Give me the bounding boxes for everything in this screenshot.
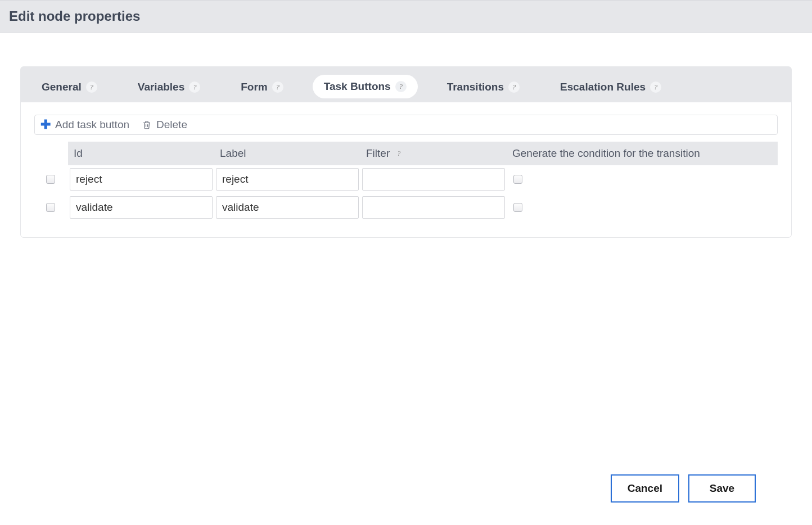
table-row xyxy=(68,193,214,221)
dialog-footer: Cancel Save xyxy=(611,474,756,503)
tabs-bar: General ? Variables ? Form ? Task Button… xyxy=(20,66,792,102)
label-input[interactable] xyxy=(216,196,359,219)
table-row xyxy=(214,193,360,221)
table-row xyxy=(360,193,507,221)
help-icon[interactable]: ? xyxy=(508,82,520,93)
tab-general[interactable]: General ? xyxy=(30,74,109,102)
help-icon[interactable]: ? xyxy=(86,82,97,93)
add-task-button[interactable]: ✚ Add task button xyxy=(40,119,129,131)
column-header-select xyxy=(34,142,68,165)
tab-transitions[interactable]: Transitions ? xyxy=(436,74,531,102)
tab-label: Transitions xyxy=(447,81,504,93)
generate-condition-checkbox[interactable] xyxy=(513,175,522,184)
tab-label: Escalation Rules xyxy=(560,81,646,93)
save-button[interactable]: Save xyxy=(688,474,756,503)
generate-condition-checkbox[interactable] xyxy=(513,203,522,212)
help-icon[interactable]: ? xyxy=(189,82,200,93)
dialog-header: Edit node properties xyxy=(0,0,812,33)
filter-input[interactable] xyxy=(362,196,505,219)
task-buttons-grid: Id Label Filter ? Generate the condition… xyxy=(34,142,778,221)
table-row xyxy=(360,165,507,193)
toolbar: ✚ Add task button Delete xyxy=(34,115,778,135)
header-text: Filter xyxy=(366,147,390,160)
help-icon[interactable]: ? xyxy=(272,82,283,93)
row-select-checkbox[interactable] xyxy=(46,203,55,212)
id-input[interactable] xyxy=(70,196,213,219)
delete-label: Delete xyxy=(156,119,187,131)
table-row xyxy=(214,165,360,193)
trash-icon xyxy=(142,119,152,130)
help-icon[interactable]: ? xyxy=(395,81,407,92)
cancel-button[interactable]: Cancel xyxy=(611,474,679,503)
help-icon[interactable]: ? xyxy=(394,149,403,158)
table-row xyxy=(68,165,214,193)
tab-label: General xyxy=(42,81,82,93)
tab-panel: ✚ Add task button Delete Id Label Filter… xyxy=(20,102,792,238)
tab-variables[interactable]: Variables ? xyxy=(127,74,211,102)
tab-task-buttons[interactable]: Task Buttons ? xyxy=(313,75,418,98)
tab-label: Variables xyxy=(138,81,184,93)
dialog-title: Edit node properties xyxy=(9,8,803,24)
table-row xyxy=(34,165,68,193)
label-input[interactable] xyxy=(216,168,359,191)
id-input[interactable] xyxy=(70,168,213,191)
plus-icon: ✚ xyxy=(40,119,51,131)
tab-label: Task Buttons xyxy=(324,80,391,93)
column-header-condition: Generate the condition for the transitio… xyxy=(507,142,778,165)
table-row xyxy=(507,193,778,221)
column-header-id: Id xyxy=(68,142,214,165)
delete-button[interactable]: Delete xyxy=(142,119,187,131)
help-icon[interactable]: ? xyxy=(650,82,661,93)
tab-label: Form xyxy=(241,81,268,93)
tab-form[interactable]: Form ? xyxy=(229,74,295,102)
table-row xyxy=(34,193,68,221)
dialog-content: General ? Variables ? Form ? Task Button… xyxy=(0,33,812,249)
add-label: Add task button xyxy=(55,119,129,131)
column-header-label: Label xyxy=(214,142,360,165)
column-header-filter: Filter ? xyxy=(360,142,507,165)
table-row xyxy=(507,165,778,193)
filter-input[interactable] xyxy=(362,168,505,191)
tab-escalation-rules[interactable]: Escalation Rules ? xyxy=(549,74,673,102)
row-select-checkbox[interactable] xyxy=(46,175,55,184)
